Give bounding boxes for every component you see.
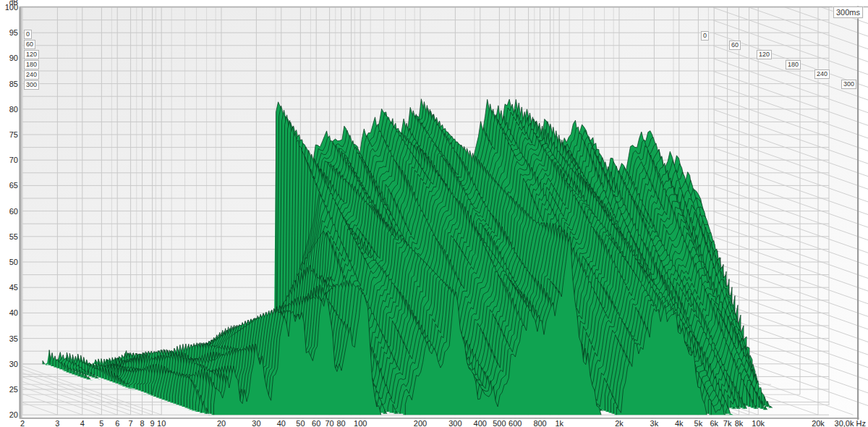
time-slice-label-left: 180 — [24, 60, 39, 69]
y-tick-label: 70 — [0, 156, 18, 164]
x-tick-label: 6 — [115, 419, 119, 427]
x-tick-label: 800 — [533, 419, 546, 427]
y-tick-label: 90 — [0, 54, 18, 62]
y-tick-label: 95 — [0, 28, 18, 37]
x-tick-label: 500 — [493, 419, 506, 427]
x-tick-label: 5 — [99, 419, 103, 427]
time-slice-label-right: 0 — [701, 31, 709, 41]
y-tick-label: 65 — [0, 181, 18, 190]
x-tick-label: 100 — [354, 419, 367, 427]
x-tick-label: 7k — [723, 419, 732, 427]
x-tick-label: 10k — [752, 419, 765, 427]
time-slice-label-left: 300 — [24, 80, 39, 90]
y-tick-label: 60 — [0, 207, 18, 216]
x-tick-label: 5k — [694, 419, 703, 427]
x-tick-label: 3 — [55, 419, 59, 427]
x-tick-label: 3k — [650, 419, 659, 427]
x-tick-label: 4k — [675, 419, 684, 427]
y-tick-label: 85 — [0, 80, 18, 88]
x-tick-label: 400 — [474, 419, 487, 427]
y-tick-label: 55 — [0, 232, 18, 241]
time-slice-label-left: 240 — [24, 70, 39, 80]
x-tick-label: 6k — [710, 419, 718, 427]
y-tick-label: 50 — [0, 258, 18, 266]
x-tick-label: 9 — [150, 419, 155, 427]
x-tick-label: 20 — [217, 419, 226, 427]
time-slice-label-left: 60 — [24, 40, 35, 49]
x-tick-label: 10 — [157, 419, 166, 427]
y-tick-label: 75 — [0, 130, 18, 139]
x-tick-label: 70 — [325, 419, 333, 427]
x-tick-label: 8k — [735, 419, 744, 427]
y-tick-label: 40 — [0, 308, 18, 317]
x-tick-label: 600 — [509, 419, 522, 427]
y-tick-label: 80 — [0, 105, 18, 114]
time-slice-label-left: 120 — [24, 50, 39, 59]
x-tick-label: 20k — [812, 419, 825, 427]
time-slice-label-right: 240 — [814, 69, 830, 79]
waterfall-plot-area[interactable] — [0, 0, 868, 427]
time-slice-label-right: 180 — [786, 60, 801, 69]
x-tick-label: 50 — [296, 419, 305, 427]
spectral-decay-waterfall-window: dB 300ms 1009590858075706560555045403530… — [0, 0, 868, 427]
x-tick-label: 80 — [336, 419, 345, 427]
y-tick-label: 20 — [0, 410, 18, 419]
time-slice-label-right: 300 — [841, 80, 856, 89]
x-tick-label: 30 — [252, 419, 260, 427]
time-slice-label-right: 120 — [757, 50, 772, 59]
time-window-badge: 300ms — [833, 7, 863, 18]
y-tick-label: 25 — [0, 385, 18, 394]
x-tick-label: 2k — [615, 419, 624, 427]
x-tick-label: 30,0k Hz — [835, 419, 866, 427]
time-slice-label-right: 60 — [729, 41, 741, 50]
x-tick-label: 4 — [80, 419, 85, 427]
y-tick-label: 100 — [0, 3, 18, 12]
y-tick-label: 35 — [0, 334, 18, 343]
x-tick-label: 60 — [312, 419, 320, 427]
x-tick-label: 1k — [555, 419, 563, 427]
x-tick-label: 40 — [277, 419, 286, 427]
x-tick-label: 8 — [140, 419, 145, 427]
y-tick-label: 30 — [0, 360, 18, 368]
time-slice-label-left: 0 — [24, 30, 32, 39]
x-tick-label: 200 — [414, 419, 427, 427]
x-tick-label: 7 — [129, 419, 133, 427]
y-tick-label: 45 — [0, 283, 18, 292]
x-tick-label: 2 — [20, 419, 25, 427]
x-tick-label: 300 — [448, 419, 461, 427]
